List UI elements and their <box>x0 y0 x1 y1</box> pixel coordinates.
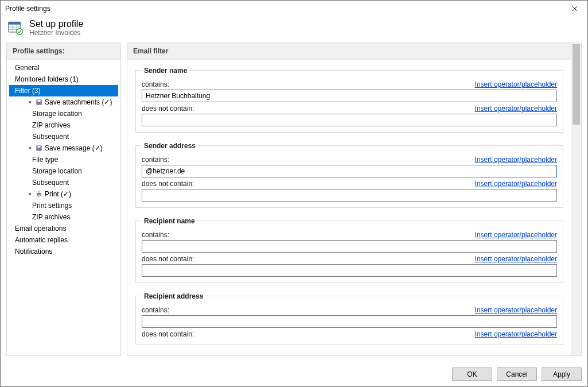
sidebar-title: Profile settings: <box>7 43 120 60</box>
group-recipient-name: Recipient name contains: Insert operator… <box>135 217 563 283</box>
dialog-header: Set up profile Hetzner Invoices <box>1 17 587 42</box>
legend-recipient-address: Recipient address <box>142 292 205 300</box>
input-recipient-name-not[interactable] <box>142 264 557 277</box>
nav-print[interactable]: ▾ Print (✓) <box>9 188 118 200</box>
nav-filter[interactable]: Filter (3) <box>9 85 118 96</box>
scrollbar-thumb[interactable] <box>573 44 580 125</box>
group-recipient-address: Recipient address contains: Insert opera… <box>135 292 563 345</box>
link-insert-operator[interactable]: Insert operator/placeholder <box>475 306 557 314</box>
vertical-scrollbar[interactable] <box>571 43 581 355</box>
dialog-footer: OK Cancel Apply <box>1 362 587 386</box>
nav-tree: General Monitored folders (1) Filter (3)… <box>7 60 120 355</box>
label-contains: contains: <box>142 306 169 314</box>
input-sender-name-not[interactable] <box>142 114 557 126</box>
svg-rect-10 <box>38 146 41 148</box>
window-title: Profile settings <box>5 5 50 13</box>
input-sender-address-contains[interactable] <box>142 165 557 177</box>
collapse-icon: ▾ <box>26 191 33 197</box>
disk-icon <box>36 145 42 151</box>
link-insert-operator[interactable]: Insert operator/placeholder <box>475 180 557 188</box>
nav-storage-location-1[interactable]: Storage location <box>9 108 118 119</box>
nav-zip-archives-2[interactable]: ZIP archives <box>9 211 118 223</box>
header-title: Set up profile <box>29 19 83 29</box>
label-not-contain: does not contain: <box>142 105 194 113</box>
profile-settings-dialog: Profile settings Set up profile Hetzner … <box>0 0 588 387</box>
label-contains: contains: <box>142 231 169 239</box>
input-recipient-address-contains[interactable] <box>142 315 557 328</box>
ok-button[interactable]: OK <box>452 367 492 381</box>
link-insert-operator[interactable]: Insert operator/placeholder <box>475 231 557 239</box>
disk-icon <box>36 99 42 105</box>
legend-sender-name: Sender name <box>142 67 189 75</box>
svg-rect-1 <box>9 22 21 25</box>
link-insert-operator[interactable]: Insert operator/placeholder <box>475 105 557 113</box>
label-contains: contains: <box>142 80 169 88</box>
nav-general[interactable]: General <box>9 62 118 73</box>
profile-icon <box>7 20 24 36</box>
svg-rect-8 <box>38 100 41 102</box>
cancel-button[interactable]: Cancel <box>497 367 537 381</box>
group-sender-address: Sender address contains: Insert operator… <box>135 142 563 208</box>
label-not-contain: does not contain: <box>142 180 194 188</box>
nav-storage-location-2[interactable]: Storage location <box>9 165 118 177</box>
nav-save-message[interactable]: ▾ Save message (✓) <box>9 142 118 154</box>
collapse-icon: ▾ <box>26 99 33 105</box>
nav-email-operations[interactable]: Email operations <box>9 223 118 234</box>
link-insert-operator[interactable]: Insert operator/placeholder <box>475 156 557 164</box>
svg-rect-13 <box>38 195 40 196</box>
nav-monitored-folders[interactable]: Monitored folders (1) <box>9 73 118 85</box>
nav-file-type[interactable]: File type <box>9 154 118 165</box>
nav-zip-archives-1[interactable]: ZIP archives <box>9 119 118 131</box>
sidebar: Profile settings: General Monitored fold… <box>6 42 121 356</box>
link-insert-operator[interactable]: Insert operator/placeholder <box>475 80 557 88</box>
nav-notifications[interactable]: Notifications <box>9 246 118 257</box>
close-button[interactable] <box>562 1 587 17</box>
label-not-contain: does not contain: <box>142 330 194 338</box>
label-not-contain: does not contain: <box>142 255 194 263</box>
input-recipient-name-contains[interactable] <box>142 240 557 253</box>
input-sender-name-contains[interactable] <box>142 90 557 102</box>
collapse-icon: ▾ <box>26 145 33 151</box>
svg-rect-12 <box>38 192 40 194</box>
header-subtitle: Hetzner Invoices <box>29 29 83 37</box>
printer-icon <box>36 191 42 197</box>
content-title: Email filter <box>127 43 571 60</box>
apply-button[interactable]: Apply <box>542 367 582 381</box>
link-insert-operator[interactable]: Insert operator/placeholder <box>475 330 557 338</box>
nav-subsequent-1[interactable]: Subsequent <box>9 131 118 142</box>
legend-recipient-name: Recipient name <box>142 217 197 225</box>
titlebar: Profile settings <box>1 1 587 17</box>
group-sender-name: Sender name contains: Insert operator/pl… <box>135 67 563 133</box>
input-sender-address-not[interactable] <box>142 189 557 202</box>
legend-sender-address: Sender address <box>142 142 198 150</box>
nav-print-settings[interactable]: Print settings <box>9 200 118 211</box>
close-icon <box>572 6 578 11</box>
link-insert-operator[interactable]: Insert operator/placeholder <box>475 255 557 263</box>
content-panel: Email filter Sender name contains: Inser… <box>127 42 582 356</box>
nav-subsequent-2[interactable]: Subsequent <box>9 177 118 188</box>
label-contains: contains: <box>142 156 169 164</box>
nav-save-attachments[interactable]: ▾ Save attachments (✓) <box>9 96 118 108</box>
nav-automatic-replies[interactable]: Automatic replies <box>9 234 118 246</box>
